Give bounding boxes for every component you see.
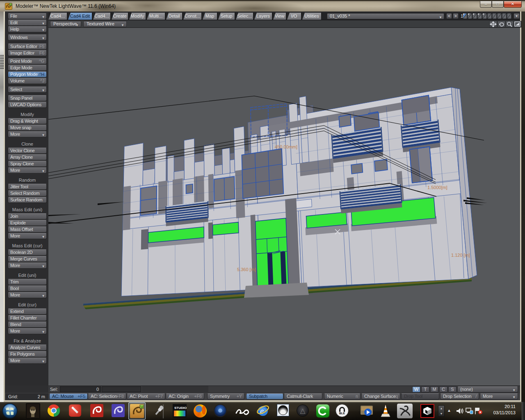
svg-text:M: M — [141, 405, 144, 409]
svg-text:5.360 [m]: 5.360 [m] — [237, 267, 256, 272]
svg-text:1.5000[m]: 1.5000[m] — [427, 185, 447, 190]
svg-text:M: M — [10, 4, 12, 6]
svg-text:450.00mm]: 450.00mm] — [275, 144, 297, 149]
svg-text:STUDIO: STUDIO — [174, 406, 187, 410]
svg-text:1.120 [m]: 1.120 [m] — [451, 253, 470, 258]
